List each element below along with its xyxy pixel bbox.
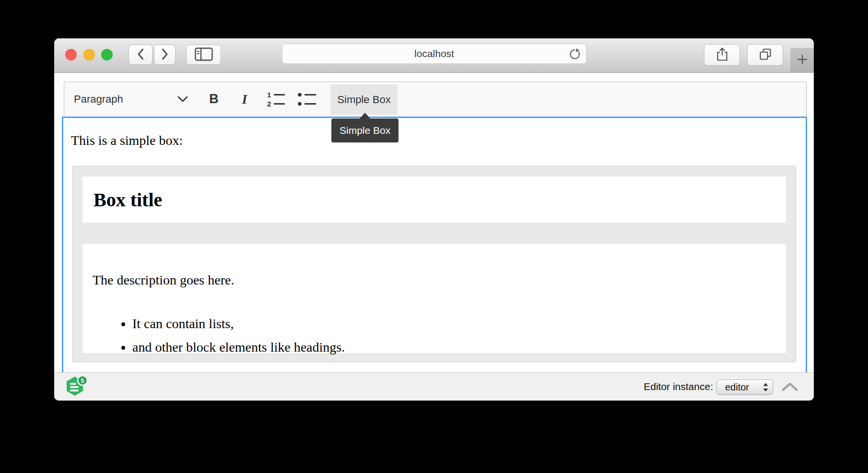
simple-box-button[interactable]: Simple Box	[330, 84, 398, 115]
numbered-list-icon: 1 2	[266, 91, 286, 108]
bold-icon: B	[209, 92, 219, 106]
sidebar-icon	[195, 47, 213, 62]
bold-button[interactable]: B	[204, 82, 223, 116]
description-list: It can contain lists, and other block el…	[82, 312, 345, 359]
chevron-left-icon	[136, 48, 145, 62]
box-title-text: Box title	[94, 189, 162, 211]
editor-instance-value: editor	[725, 382, 749, 393]
minimize-window-button[interactable]	[83, 49, 95, 60]
editor-toolbar: Paragraph B I 1 2	[64, 82, 807, 117]
numbered-list-button[interactable]: 1 2	[266, 82, 286, 116]
editor-instance-label: Editor instance:	[644, 373, 713, 401]
select-arrows-icon	[763, 383, 768, 392]
simple-box-description[interactable]: The description goes here. It can contai…	[82, 244, 786, 353]
share-button[interactable]	[704, 44, 740, 66]
description-paragraph[interactable]: The description goes here.	[93, 272, 234, 288]
url-text: localhost	[414, 48, 454, 59]
forward-button[interactable]	[154, 45, 176, 65]
italic-button[interactable]: I	[235, 82, 254, 116]
sidebar-toggle-button[interactable]	[186, 45, 221, 65]
intro-paragraph[interactable]: This is a simple box:	[71, 132, 183, 149]
refresh-icon[interactable]	[568, 48, 581, 60]
tabs-icon	[759, 48, 772, 62]
plus-icon	[797, 54, 808, 67]
italic-icon: I	[242, 92, 247, 107]
simple-box-tooltip: Simple Box	[331, 118, 399, 142]
simple-box-widget[interactable]: Box title The description goes here. It …	[72, 166, 796, 362]
new-tab-button[interactable]	[790, 48, 814, 73]
chevron-right-icon	[161, 48, 169, 62]
collapse-inspector-button[interactable]	[782, 382, 798, 393]
fullscreen-window-button[interactable]	[101, 49, 113, 60]
screenshot: localhost	[0, 0, 868, 473]
editor-content[interactable]: This is a simple box: Box title The desc…	[62, 117, 807, 372]
address-bar[interactable]: localhost	[282, 44, 586, 64]
bulleted-list-icon	[297, 91, 318, 108]
tooltip-text: Simple Box	[340, 125, 390, 136]
list-item[interactable]: and other block elements like headings.	[132, 335, 345, 359]
ckeditor-inspector-logo: 5	[65, 375, 90, 401]
simple-box-button-label: Simple Box	[337, 94, 390, 106]
close-window-button[interactable]	[65, 49, 77, 60]
inspector-badge: 5	[81, 378, 84, 384]
bulleted-list-button[interactable]	[297, 82, 318, 116]
simple-box-title[interactable]: Box title	[82, 177, 786, 223]
editor-instance-select[interactable]: editor	[716, 379, 773, 395]
browser-titlebar: localhost	[54, 38, 814, 73]
chevron-down-icon[interactable]	[177, 82, 188, 116]
tab-overview-button[interactable]	[747, 44, 783, 66]
paragraph-dropdown[interactable]: Paragraph	[74, 82, 123, 116]
svg-text:1: 1	[267, 91, 271, 99]
inspector-bar: 5 Editor instance: editor	[54, 372, 814, 401]
browser-window: localhost	[54, 38, 814, 401]
list-item[interactable]: It can contain lists,	[132, 312, 345, 335]
svg-text:2: 2	[267, 99, 271, 107]
share-icon	[716, 47, 728, 63]
ckeditor-logo-icon: 5	[65, 375, 90, 399]
back-button[interactable]	[129, 45, 152, 65]
chevron-up-icon	[782, 382, 798, 391]
page-body: Paragraph B I 1 2	[54, 73, 814, 401]
paragraph-dropdown-label: Paragraph	[74, 93, 123, 106]
